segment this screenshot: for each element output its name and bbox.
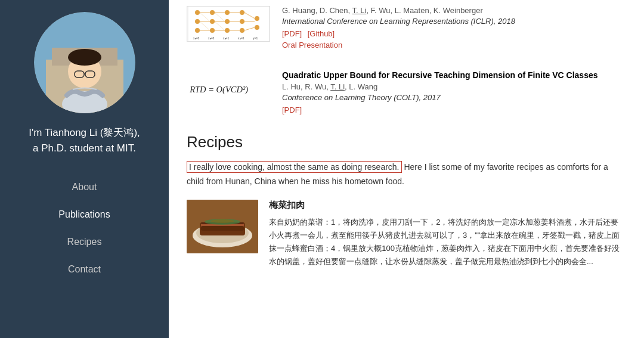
svg-point-20 [240,19,244,24]
svg-point-14 [210,19,215,24]
author-highlight: T. Li [330,82,345,91]
nav-menu: About Publications Recipes Contact [0,173,169,283]
pub-info: Quadratic Upper Bound for Recursive Teac… [282,70,626,115]
svg-point-19 [240,10,244,15]
recipe-image [187,200,258,253]
svg-text:RTD = O(VCD²): RTD = O(VCD²) [189,85,248,95]
pub-links: [PDF] [Github] [282,28,626,39]
pub-oral-label: Oral Presentation [282,41,626,49]
recipe-intro-highlighted: I really love cooking, almost the same a… [187,161,402,173]
pub-info: G. Huang, D. Chen, T. Li, F. Wu, L. Maat… [282,6,626,49]
pub-equation-thumb: RTD = O(VCD²) [187,70,270,106]
svg-point-10 [195,10,200,15]
nav-item-contact[interactable]: Contact [0,256,169,283]
recipe-intro: I really love cooking, almost the same a… [187,160,626,189]
svg-text:x₃=1: x₃=1 [223,36,229,40]
svg-point-12 [195,28,200,33]
pub-github-link[interactable]: [Github] [308,29,335,38]
pub-pdf-link[interactable]: [PDF] [282,29,302,38]
svg-point-5 [68,49,101,66]
recipe-title: 梅菜扣肉 [269,200,626,211]
publication-entry: RTD = O(VCD²) Quadratic Upper Bound for … [187,64,626,115]
recipe-description: 来自奶奶的菜谱：1，将肉洗净，皮用刀刮一下，2，将洗好的肉放一定凉水加葱姜料酒煮… [269,216,626,268]
pub-links: [PDF] [282,104,626,115]
recipe-item: 梅菜扣肉 来自奶奶的菜谱：1，将肉洗净，皮用刀刮一下，2，将洗好的肉放一定凉水加… [187,200,626,268]
nav-item-about[interactable]: About [0,173,169,201]
author-highlight: T. Li [352,6,367,15]
svg-text:x₂=0: x₂=0 [208,36,214,40]
svg-point-16 [225,10,230,15]
svg-point-18 [225,28,230,33]
recipe-content: 梅菜扣肉 来自奶奶的菜谱：1，将肉洗净，皮用刀刮一下，2，将洗好的肉放一定凉水加… [269,200,626,268]
svg-point-54 [210,219,234,223]
svg-point-23 [255,25,259,30]
svg-text:x₄=0: x₄=0 [238,36,244,40]
svg-point-22 [255,16,259,21]
pub-venue: Conference on Learning Theory (COLT), 20… [282,93,626,102]
main-content: x₁=0 x₂=0 x₃=1 x₄=0 y=1 G. Huang, D. Che… [169,0,644,338]
pub-authors: L. Hu, R. Wu, T. Li, L. Wang [282,82,626,91]
nav-item-publications[interactable]: Publications [0,201,169,228]
profile-name: I'm Tianhong Li (黎天鸿), a Ph.D. student a… [23,125,146,156]
avatar [34,12,135,113]
svg-text:y=1: y=1 [253,36,258,40]
svg-text:x₁=0: x₁=0 [193,36,199,40]
publication-entry: x₁=0 x₂=0 x₃=1 x₄=0 y=1 G. Huang, D. Che… [187,0,626,49]
svg-point-15 [210,28,215,33]
pub-authors: G. Huang, D. Chen, T. Li, F. Wu, L. Maat… [282,6,626,15]
svg-point-21 [240,28,244,33]
pub-title: Quadratic Upper Bound for Recursive Teac… [282,70,626,80]
pub-thumbnail: x₁=0 x₂=0 x₃=1 x₄=0 y=1 [187,6,270,42]
svg-point-11 [195,19,200,24]
pub-pdf-link[interactable]: [PDF] [282,106,302,114]
recipes-section-title: Recipes [187,133,626,151]
sidebar: I'm Tianhong Li (黎天鸿), a Ph.D. student a… [0,0,169,338]
recipe-image-inner [187,200,258,253]
svg-point-17 [225,19,230,24]
nav-item-recipes[interactable]: Recipes [0,228,169,256]
svg-rect-51 [201,226,244,231]
pub-venue: International Conference on Learning Rep… [282,17,626,26]
svg-point-13 [210,10,215,15]
pub-thumb-image: x₁=0 x₂=0 x₃=1 x₄=0 y=1 [187,6,270,42]
